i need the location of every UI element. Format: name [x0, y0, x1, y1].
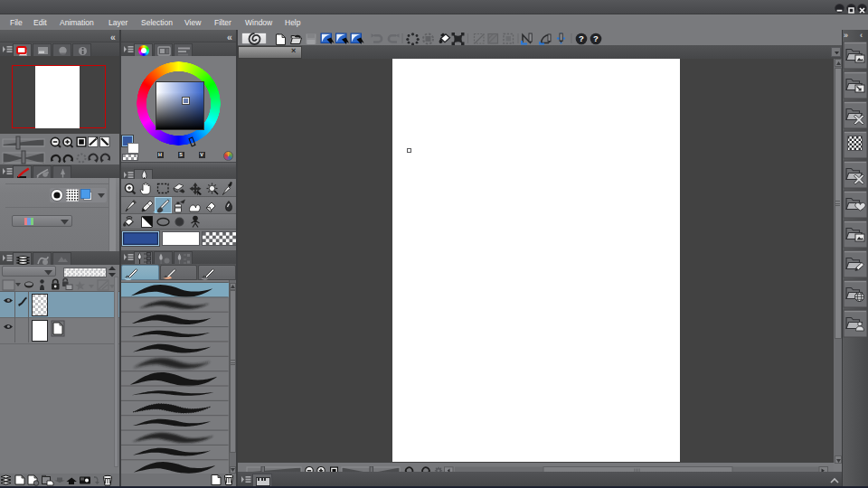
svg-text:?: ? [593, 33, 599, 43]
svg-text:?: ? [579, 33, 584, 43]
